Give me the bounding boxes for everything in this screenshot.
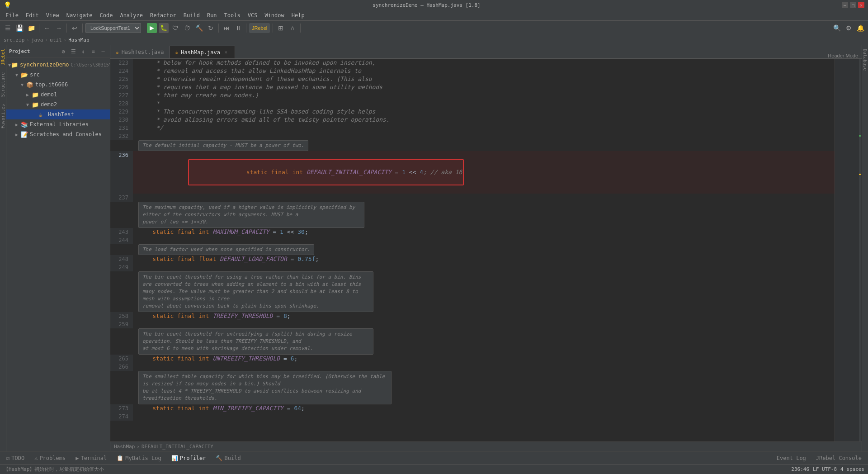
- toolbar-settings-btn[interactable]: ⚙: [844, 23, 854, 33]
- indent-info[interactable]: 4 spaces: [840, 466, 864, 472]
- bottom-tab-terminal[interactable]: ▶ Terminal: [71, 453, 111, 464]
- bottom-tab-mybatis[interactable]: 📋 MyBatis Log: [112, 453, 165, 464]
- tab-close-hashmap[interactable]: ✕: [223, 49, 229, 56]
- java-file-icon: ☕: [39, 111, 46, 118]
- menu-vcs[interactable]: VCS: [244, 10, 261, 21]
- menu-help[interactable]: Help: [288, 10, 308, 21]
- tree-item-package[interactable]: ▼ 📦 top.it6666: [6, 80, 110, 90]
- toolbar-sep-1: [39, 24, 39, 33]
- sidebar-expand-icon[interactable]: ☰: [69, 47, 77, 56]
- edge-tab-jrebel[interactable]: JRebel: [0, 45, 6, 69]
- menu-run[interactable]: Run: [203, 10, 221, 21]
- menu-window[interactable]: Window: [261, 10, 288, 21]
- filepath-hashmap[interactable]: HashMap: [114, 444, 135, 450]
- reader-mode-button[interactable]: Reader Mode: [824, 53, 862, 58]
- bottom-tab-problems[interactable]: ⚠ Problems: [30, 453, 70, 464]
- tree-item-hashtest[interactable]: ☕ HashTest: [6, 109, 110, 119]
- menu-code[interactable]: Code: [96, 10, 117, 21]
- toolbar-reload-btn[interactable]: ↻: [206, 23, 216, 33]
- menu-bar: File Edit View Navigate Code Analyze Ref…: [0, 10, 868, 21]
- code-line-231: 231 */: [110, 124, 835, 132]
- window-controls: — □ ✕: [842, 2, 864, 8]
- sidebar-config-icon[interactable]: ≡: [89, 47, 97, 56]
- todo-icon: ☑: [6, 455, 9, 461]
- tree-arrow-extlibs: ▶: [15, 122, 21, 127]
- bottom-tab-jrebel-console[interactable]: JRebel Console: [811, 453, 866, 464]
- minimize-button[interactable]: —: [842, 2, 848, 8]
- toolbar-save-all-btn[interactable]: 📁: [26, 23, 36, 33]
- run-config-dropdown[interactable]: LockSupportTest1: [85, 23, 141, 33]
- tree-item-project[interactable]: ▼ 📁 synchronizeDemo C:\Users\30315\Dow: [6, 60, 110, 70]
- tree-item-scratches[interactable]: ▶ 📝 Scratches and Consoles: [6, 129, 110, 139]
- menu-refactor[interactable]: Refactor: [146, 10, 180, 21]
- bottom-tab-build[interactable]: 🔨 Build: [211, 453, 245, 464]
- sidebar-sort-icon[interactable]: ↕: [79, 47, 87, 56]
- tree-item-demo2[interactable]: ▼ 📁 demo2: [6, 100, 110, 109]
- run-button[interactable]: ▶: [147, 23, 157, 33]
- bottom-tab-profiler[interactable]: 📊 Profiler: [167, 453, 211, 464]
- bottom-tab-todo[interactable]: ☑ TODO: [2, 453, 29, 464]
- filepath-field[interactable]: DEFAULT_INITIAL_CAPACITY: [142, 444, 213, 450]
- code-line-227: 227 * that may create new nodes.): [110, 91, 835, 100]
- toolbar-save-btn[interactable]: 💾: [14, 23, 24, 33]
- toolbar-sync-btn[interactable]: ⊞: [276, 23, 286, 33]
- edge-tab-favorites[interactable]: Favorites: [0, 100, 6, 132]
- edge-tab-structure[interactable]: Structure: [0, 69, 6, 100]
- right-edge-panel: Database: [862, 45, 868, 451]
- toolbar-git-btn[interactable]: ⑃: [288, 23, 297, 33]
- line-ending[interactable]: LF UTF-8: [813, 466, 837, 472]
- code-line-258: 258 static final int TREEIFY_THRESHOLD =…: [110, 312, 835, 320]
- toolbar-back-btn[interactable]: ←: [42, 23, 52, 33]
- toolbar-profile-btn[interactable]: ⏱: [182, 23, 192, 33]
- menu-build[interactable]: Build: [180, 10, 203, 21]
- src-icon: 📂: [21, 71, 28, 78]
- left-edge-tabs: JRebel Structure Favorites: [0, 45, 6, 451]
- mybatis-label: MyBatis Log: [125, 455, 161, 461]
- cursor-position[interactable]: 236:46: [791, 466, 809, 472]
- todo-label: TODO: [11, 455, 24, 461]
- toolbar-notifications-btn[interactable]: 🔔: [855, 23, 865, 33]
- tree-item-extlibs[interactable]: ▶ 📚 External Libraries: [6, 119, 110, 129]
- bottom-tab-event-log[interactable]: Event Log: [772, 453, 811, 464]
- close-button[interactable]: ✕: [858, 2, 864, 8]
- database-tab[interactable]: Database: [862, 45, 868, 74]
- menu-tools[interactable]: Tools: [221, 10, 244, 21]
- tree-item-src[interactable]: ▼ 📂 src: [6, 70, 110, 80]
- tree-item-demo1[interactable]: ▶ 📁 demo1: [6, 90, 110, 100]
- toolbar-coverage-btn[interactable]: 🛡: [170, 23, 180, 33]
- toolbar-build-btn[interactable]: 🔨: [194, 23, 204, 33]
- toolbar-search-btn[interactable]: 🔍: [832, 23, 842, 33]
- tab-hashmap[interactable]: ☕ HashMap.java ✕: [170, 46, 235, 58]
- code-line-274: 274: [110, 412, 835, 421]
- code-annotation-258: The bin count threshold for using a tree…: [110, 271, 835, 312]
- breadcrumb-bar: src.zip › java › util › HashMap: [0, 35, 868, 45]
- menu-view[interactable]: View: [42, 10, 63, 21]
- tree-label-demo1: demo1: [41, 91, 57, 98]
- code-container[interactable]: 223 * below for hook methods defined to …: [110, 59, 835, 441]
- toolbar-forward-btn[interactable]: →: [54, 23, 64, 33]
- tab-hashtest[interactable]: ☕ HashTest.java: [110, 46, 170, 58]
- menu-navigate[interactable]: Navigate: [63, 10, 96, 21]
- toolbar-menu-btn[interactable]: ☰: [3, 23, 13, 33]
- menu-analyze[interactable]: Analyze: [116, 10, 146, 21]
- maximize-button[interactable]: □: [850, 2, 856, 8]
- scratches-icon: 📝: [21, 131, 28, 138]
- breadcrumb-java[interactable]: java: [31, 37, 43, 43]
- breadcrumb-util[interactable]: util: [50, 37, 62, 43]
- breadcrumb-hashmap[interactable]: HashMap: [68, 37, 89, 43]
- breadcrumb-srczip[interactable]: src.zip: [4, 37, 24, 43]
- sidebar-collapse-icon[interactable]: —: [99, 47, 107, 56]
- toolbar-undo-btn[interactable]: ↩: [70, 23, 80, 33]
- toolbar-sep-7: [273, 24, 273, 33]
- code-annotation-243: The maximum capacity, used if a higher v…: [110, 202, 835, 228]
- debug-button[interactable]: 🐛: [159, 23, 169, 33]
- java-icon-hashtest: ☕: [116, 49, 119, 55]
- toolbar-sep-8: [300, 24, 301, 33]
- toolbar-stop-btn[interactable]: ⏸: [233, 23, 243, 33]
- tree-label-src: src: [30, 71, 40, 78]
- jrebel-btn[interactable]: JRebel: [249, 23, 270, 33]
- menu-edit[interactable]: Edit: [22, 10, 42, 21]
- sidebar-settings-icon[interactable]: ⚙: [59, 47, 67, 56]
- toolbar-step-btn[interactable]: ⏭: [222, 23, 231, 33]
- menu-file[interactable]: File: [2, 10, 22, 21]
